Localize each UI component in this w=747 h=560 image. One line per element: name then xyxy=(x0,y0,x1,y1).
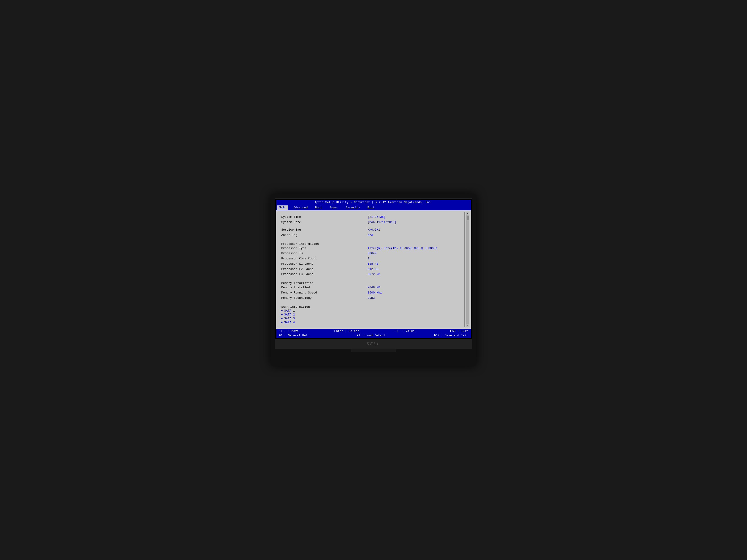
sata-2-label: SATA 2 xyxy=(284,313,295,316)
system-time-row: System Time [21:36:35] xyxy=(281,215,461,220)
menu-item-boot[interactable]: Boot xyxy=(313,206,324,210)
processor-core-row: Processor Core Count 2 xyxy=(281,257,461,261)
sata-section-header: SATA Information xyxy=(281,305,461,309)
memory-installed-label: Memory Installed xyxy=(281,285,367,290)
memory-speed-row: Memory Running Speed 1600 Mhz xyxy=(281,291,461,295)
bios-container: Aptio Setup Utility - Copyright (C) 2012… xyxy=(276,200,471,338)
memory-installed-value: 2048 MB xyxy=(367,285,461,290)
scrollbar-up[interactable]: ▲ xyxy=(466,212,469,215)
processor-section-header: Processor Information xyxy=(281,242,461,246)
status-row-2: F1 : General Help F9 : Load Default F10 … xyxy=(279,334,468,337)
sata-2-arrow: ► xyxy=(281,313,283,316)
processor-l2-row: Processor L2 Cache 512 kB xyxy=(281,267,461,272)
sata-1-arrow: ► xyxy=(281,309,283,312)
system-date-value[interactable]: [Mon 11/11/2013] xyxy=(367,220,461,225)
processor-id-row: Processor ID 306a9 xyxy=(281,251,461,256)
processor-l1-label: Processor L1 Cache xyxy=(281,262,367,267)
memory-installed-row: Memory Installed 2048 MB xyxy=(281,285,461,290)
memory-tech-label: Memory Technology xyxy=(281,296,367,300)
processor-l2-label: Processor L2 Cache xyxy=(281,267,367,272)
sata-4-arrow: ► xyxy=(281,321,283,324)
processor-l3-row: Processor L3 Cache 3072 kB xyxy=(281,272,461,277)
monitor-brand: DELL xyxy=(367,342,380,346)
system-date-row: System Date [Mon 11/11/2013] xyxy=(281,220,461,225)
processor-l2-value: 512 kB xyxy=(367,267,461,272)
monitor-stand xyxy=(351,349,396,352)
status-move: ↑↓→← : Move xyxy=(279,329,299,333)
content-area: System Time [21:36:35] System Date [Mon … xyxy=(276,210,471,328)
menu-item-power[interactable]: Power xyxy=(328,206,340,210)
system-time-value[interactable]: [21:36:35] xyxy=(367,215,461,220)
system-date-label: System Date xyxy=(281,220,367,225)
processor-id-value: 306a9 xyxy=(367,251,461,256)
status-f10: F10 : Save and Exit xyxy=(434,334,468,337)
menu-item-main[interactable]: Main xyxy=(277,206,288,210)
menu-item-advanced[interactable]: Advanced xyxy=(291,206,309,210)
asset-tag-row: Asset Tag N/A xyxy=(281,233,461,238)
menu-item-exit[interactable]: Exit xyxy=(365,206,376,210)
service-tag-value: HX0J5X1 xyxy=(367,228,461,233)
title-bar: Aptio Setup Utility - Copyright (C) 2012… xyxy=(276,200,471,205)
system-time-label: System Time xyxy=(281,215,367,220)
sata-2-item[interactable]: ► SATA 2 xyxy=(281,313,461,316)
service-tag-label: Service Tag xyxy=(281,228,367,233)
memory-section-header: Memory Information xyxy=(281,282,461,285)
asset-tag-value: N/A xyxy=(367,233,461,238)
status-exit: ESC : Exit xyxy=(450,329,468,333)
status-value: +/- : Value xyxy=(395,329,414,333)
sata-1-item[interactable]: ► SATA 1 xyxy=(281,309,461,313)
scrollbar-down[interactable]: ▼ xyxy=(466,324,469,327)
status-f1: F1 : General Help xyxy=(279,334,309,337)
processor-type-label: Processor Type xyxy=(281,246,367,251)
asset-tag-label: Asset Tag xyxy=(281,233,367,238)
processor-l1-value: 128 kB xyxy=(367,262,461,267)
monitor-outer: Aptio Setup Utility - Copyright (C) 2012… xyxy=(271,194,476,366)
sata-3-item[interactable]: ► SATA 3 xyxy=(281,317,461,320)
title-text: Aptio Setup Utility - Copyright (C) 2012… xyxy=(315,201,433,204)
processor-l3-label: Processor L3 Cache xyxy=(281,272,367,277)
processor-id-label: Processor ID xyxy=(281,251,367,256)
scrollbar-thumb[interactable] xyxy=(467,216,469,220)
memory-tech-value: DDR3 xyxy=(367,296,461,300)
sata-4-label: SATA 4 xyxy=(284,321,295,324)
status-row-1: ↑↓→← : Move Enter : Select +/- : Value E… xyxy=(279,329,468,333)
main-panel: System Time [21:36:35] System Date [Mon … xyxy=(278,212,465,327)
memory-speed-value: 1600 Mhz xyxy=(367,291,461,295)
status-f9: F9 : Load Default xyxy=(357,334,387,337)
scrollbar[interactable]: ▲ ▼ xyxy=(466,212,469,327)
monitor-chin: DELL xyxy=(275,340,472,349)
sata-3-arrow: ► xyxy=(281,317,283,320)
memory-speed-label: Memory Running Speed xyxy=(281,291,367,295)
service-tag-row: Service Tag HX0J5X1 xyxy=(281,228,461,233)
menu-item-security[interactable]: Security xyxy=(344,206,362,210)
menu-bar: Main Advanced Boot Power Security Exit xyxy=(276,205,471,210)
processor-type-value: Intel(R) Core(TM) i3-3220 CPU @ 3.30GHz xyxy=(367,246,461,251)
sata-1-label: SATA 1 xyxy=(284,309,295,313)
processor-type-row: Processor Type Intel(R) Core(TM) i3-3220… xyxy=(281,246,461,251)
processor-core-value: 2 xyxy=(367,257,461,261)
processor-l1-row: Processor L1 Cache 128 kB xyxy=(281,262,461,267)
memory-tech-row: Memory Technology DDR3 xyxy=(281,296,461,300)
status-bar: ↑↓→← : Move Enter : Select +/- : Value E… xyxy=(276,329,471,338)
sata-4-item[interactable]: ► SATA 4 xyxy=(281,321,461,324)
monitor-screen: Aptio Setup Utility - Copyright (C) 2012… xyxy=(275,198,472,339)
processor-core-label: Processor Core Count xyxy=(281,257,367,261)
processor-l3-value: 3072 kB xyxy=(367,272,461,277)
sata-3-label: SATA 3 xyxy=(284,317,295,320)
status-select: Enter : Select xyxy=(334,329,359,333)
